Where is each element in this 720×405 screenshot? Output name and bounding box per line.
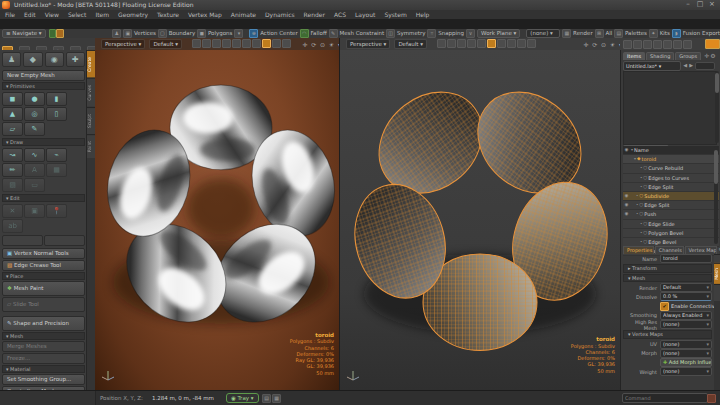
menu-layout[interactable]: Layout — [355, 11, 375, 18]
menu-texture[interactable]: Texture — [157, 11, 179, 18]
uv-overlay-icon[interactable] — [56, 29, 64, 38]
item-list-empty-area[interactable] — [623, 71, 717, 145]
boundary-mode-button[interactable]: ▢ Boundary — [158, 29, 195, 38]
transform-section[interactable]: ▸ Transform — [623, 264, 712, 273]
uv-dropdown[interactable]: (none)▾ — [660, 340, 712, 349]
vertex-normal-tools-button[interactable]: ▣ Vertex Normal Tools — [2, 248, 85, 259]
vp-right-shade-icon-4[interactable] — [467, 39, 476, 48]
weight-dropdown[interactable]: (none)▾ — [660, 367, 712, 376]
vp-left-shade-icon-3[interactable] — [212, 39, 221, 48]
falloff-shape-icon[interactable]: ∨ — [466, 29, 475, 38]
tab-channels[interactable]: Channels — [655, 246, 684, 254]
next-scene-icon[interactable]: ▶ — [689, 61, 693, 69]
vp-right-shade-icon-9[interactable] — [517, 39, 526, 48]
add-tab-icon[interactable]: ✛ — [704, 52, 709, 60]
polyline-draw-icon[interactable]: ⌁ — [46, 148, 67, 162]
vp-left-zoom-icon[interactable]: ⊙ — [320, 41, 325, 48]
add-item-mesh-icon[interactable] — [633, 40, 642, 49]
falloff-preset-dropdown[interactable]: (none) ▾ — [526, 29, 560, 38]
menu-geometry[interactable]: Geometry — [118, 11, 148, 18]
ops-row-polygon-bevel[interactable]: •○Polygon Bevel — [623, 229, 719, 238]
viewport-left-style-dropdown[interactable]: Default ▾ — [149, 39, 182, 49]
slide-tool-button[interactable]: ▱ Slide Tool — [2, 297, 85, 312]
minimize-button[interactable]: – — [682, 0, 694, 10]
tab-properties[interactable]: Properties — [623, 246, 654, 254]
add-morph-influence-button[interactable]: ✚ Add Morph Influence — [660, 358, 712, 367]
viewport-divider[interactable] — [339, 38, 340, 390]
vp-left-shade-icon-10[interactable] — [282, 39, 291, 48]
curve-draw-icon[interactable]: ↝ — [2, 148, 23, 162]
draw-section-header[interactable]: ▾ Draw — [2, 138, 85, 146]
heal-tools-button[interactable] — [44, 235, 85, 246]
bezier-draw-icon[interactable]: ∿ — [24, 148, 45, 162]
vp-left-orbit-icon[interactable]: ⟳ — [311, 41, 316, 48]
plane-primitive-icon[interactable]: ▱ — [2, 122, 23, 136]
menu-system[interactable]: System — [384, 11, 406, 18]
action-center-button[interactable]: ⊕ Action Center — [249, 29, 297, 38]
fusion-export-button[interactable]: ◗ Fusion Export — [672, 29, 720, 38]
vp-right-shade-icon-1[interactable] — [437, 39, 446, 48]
render-dropdown[interactable]: Default▾ — [660, 283, 712, 292]
tab-items[interactable]: Items — [623, 52, 645, 60]
vp-left-shade-icon-1[interactable] — [192, 39, 201, 48]
mesh-section[interactable]: ▾ Mesh — [623, 274, 712, 283]
menu-file[interactable]: File — [5, 11, 15, 18]
mode-options-dropdown[interactable]: ▾ — [234, 29, 243, 38]
falloff-button[interactable]: ◠ Falloff — [300, 29, 327, 38]
kits-button[interactable]: ✦ Kits — [649, 29, 670, 38]
tab-shading[interactable]: Shading — [646, 52, 674, 60]
edit-section-header[interactable]: ▾ Edit — [2, 194, 85, 202]
ops-row-toroid[interactable]: ▾◆toroid — [623, 155, 719, 164]
cylinder-primitive-icon[interactable]: ▮ — [46, 92, 67, 106]
more-primitives-icon[interactable]: ✎ — [24, 122, 45, 136]
toolbox-tab-paint[interactable]: Paint — [87, 134, 95, 158]
prev-scene-icon[interactable]: ◀ — [683, 61, 687, 69]
add-item-person-icon[interactable] — [623, 40, 632, 49]
snapping-button[interactable]: ⌗ Snapping — [427, 29, 464, 38]
menu-help[interactable]: Help — [416, 11, 430, 18]
ghost-mode-icon[interactable] — [49, 29, 57, 38]
item-list-scrollbar[interactable] — [715, 71, 719, 143]
pin-edit-icon[interactable]: 📍 — [46, 204, 67, 218]
stamp-tool-icon[interactable]: ▦ — [46, 163, 67, 177]
grid-toggle-icon[interactable]: ▤ — [262, 394, 271, 403]
vp-right-shade-icon-2[interactable] — [447, 39, 456, 48]
mesh-constraint-button[interactable]: ✎ Mesh Constraint — [329, 29, 385, 38]
render-button[interactable]: ▦ Render — [562, 29, 592, 38]
tab-groups[interactable]: Groups — [675, 52, 701, 60]
symmetry-button[interactable]: ◫ Symmetry — [386, 29, 425, 38]
sphere-primitive-icon[interactable]: ● — [24, 92, 45, 106]
ops-row-edges-to-curves[interactable]: •○Edges to Curves — [623, 174, 719, 183]
vp-left-shade-icon-7[interactable] — [252, 39, 261, 48]
items-mode-icon[interactable]: ♟ — [112, 29, 121, 38]
menu-edit[interactable]: Edit — [24, 11, 36, 18]
vertices-mode-button[interactable]: ▣ Vertices — [123, 29, 156, 38]
toolbox-tab-sculpt[interactable]: Sculpt — [87, 107, 95, 134]
work-plane-button[interactable]: Work Plane ▾ — [477, 29, 520, 38]
maximize-button[interactable]: □ — [694, 0, 706, 10]
toolbox-tab-curves[interactable]: Curves — [87, 78, 95, 107]
capsule-primitive-icon[interactable]: ▯ — [46, 107, 67, 121]
edge-crease-tool-button[interactable]: ▨ Edge Crease Tool — [2, 260, 85, 271]
cube-edit-icon[interactable]: ▣ — [24, 204, 45, 218]
text-edit-icon[interactable]: ab — [2, 219, 23, 233]
enable-connectivity-checkbox[interactable]: ✔ — [660, 302, 669, 311]
viewport-right-style-dropdown[interactable]: Default ▾ — [394, 39, 427, 49]
page-tool-icon[interactable]: ▭ — [24, 178, 45, 192]
viewport-right-camera-dropdown[interactable]: Perspective ▾ — [346, 39, 390, 49]
vp-left-shade-icon-2[interactable] — [202, 39, 211, 48]
ops-row-edge-slide[interactable]: •○Edge Slide — [623, 220, 719, 229]
dissolve-field[interactable]: 0.0 %▾ — [660, 292, 712, 301]
name-field[interactable]: toroid — [660, 254, 712, 263]
vp-right-pan-icon[interactable]: ✛ — [584, 41, 589, 48]
vp-right-shade-icon-7[interactable] — [497, 39, 506, 48]
navigate-button[interactable]: ≡ Navigate ▾ — [2, 29, 46, 38]
mesh-section-header[interactable]: ▾ Mesh — [2, 332, 85, 340]
set-smoothing-group-button[interactable]: Set Smoothing Group... — [2, 374, 85, 385]
menu-render[interactable]: Render — [304, 11, 325, 18]
ops-row-push[interactable]: ◉•○Push — [623, 210, 719, 219]
vp-left-light-icon[interactable]: ☀ — [329, 41, 334, 48]
vp-right-zoom-icon[interactable]: ⊙ — [601, 41, 606, 48]
primitives-section-header[interactable]: ▾ Primitives — [2, 82, 85, 90]
add-item-group-icon[interactable] — [683, 40, 692, 49]
